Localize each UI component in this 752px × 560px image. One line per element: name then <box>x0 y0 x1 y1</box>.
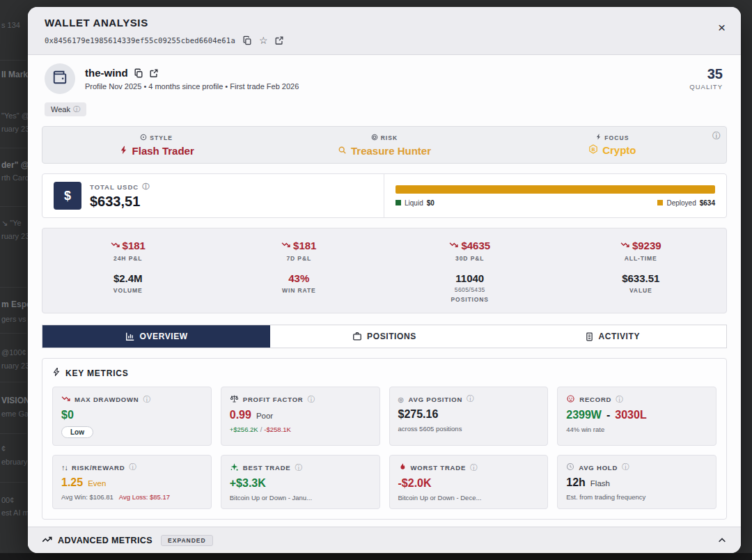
trader-traits-banner: STYLE Flash Trader RISK Treasure Hunt <box>42 126 727 164</box>
open-external-button[interactable] <box>274 36 284 45</box>
info-icon[interactable]: ⓘ <box>308 395 315 405</box>
bg-fragment: @100¢ <box>1 348 26 357</box>
focus-label: FOCUS <box>604 134 629 141</box>
total-usdc-card: $ TOTAL USDC ⓘ $633,51 <box>42 174 384 217</box>
sparkle-icon <box>230 462 239 473</box>
trending-down-icon <box>281 240 290 251</box>
up-down-arrows-icon: ↑↓ <box>61 463 68 472</box>
key-metrics-title: KEY METRICS <box>65 368 129 378</box>
trending-down-icon <box>61 394 70 405</box>
target-icon <box>371 134 378 142</box>
modal-title: WALLET ANALYSIS <box>45 17 724 29</box>
risk-label: RISK <box>381 134 398 141</box>
wallet-analysis-modal: WALLET ANALYSIS × 0x8456179e1985614339ef… <box>28 7 741 553</box>
bg-fragment: ruary 23, <box>1 125 31 133</box>
expanded-badge: EXPANDED <box>161 535 213 546</box>
trending-up-icon <box>42 534 52 547</box>
stat-7d-pnl: $181 7D P&L 43% WIN RATE <box>214 240 385 303</box>
metric-card-max-drawdown: MAX DRAWDOWN ⓘ $0 Low <box>52 387 212 446</box>
bg-fragment: ↘ "Ye <box>1 219 22 228</box>
metric-card-record: RECORD ⓘ 2399W-3030L 44% win rate <box>557 387 716 446</box>
bg-fragment: s 134 <box>1 21 20 29</box>
flame-icon <box>398 462 407 473</box>
info-icon[interactable]: ⓘ <box>129 462 136 472</box>
trait-style: STYLE Flash Trader <box>42 127 270 163</box>
deployed-value: $634 <box>700 199 715 207</box>
drawdown-severity-badge: Low <box>61 426 93 438</box>
list-icon <box>585 332 594 341</box>
quality-score: 35 <box>689 66 723 82</box>
modal-header: WALLET ANALYSIS × 0x8456179e1985614339ef… <box>28 7 741 55</box>
wallet-name: the-wind <box>85 67 128 79</box>
svg-text:B: B <box>592 147 595 152</box>
info-icon: ⓘ <box>73 104 80 114</box>
deployed-bar <box>395 185 715 194</box>
bg-fragment: est AI m <box>1 508 29 517</box>
wallet-icon <box>52 70 68 88</box>
bg-fragment: ¢ <box>1 444 6 453</box>
tab-overview[interactable]: OVERVIEW <box>42 325 270 348</box>
info-icon[interactable]: ⓘ <box>143 395 150 405</box>
info-icon[interactable]: ⓘ <box>616 395 623 405</box>
trait-focus: FOCUS B Crypto <box>499 127 726 163</box>
info-icon[interactable]: ⓘ <box>712 130 721 142</box>
metric-card-risk-reward: ↑↓ RISK/REWARD ⓘ 1.25Even Avg Win: $106.… <box>52 455 212 509</box>
divider <box>0 433 26 434</box>
metric-card-avg-hold: AVG HOLD ⓘ 12hFlash Est. from trading fr… <box>557 455 716 509</box>
copy-icon <box>242 36 252 45</box>
trending-down-icon <box>111 240 120 251</box>
bolt-icon <box>119 145 128 157</box>
divider <box>0 482 26 483</box>
balance-section: $ TOTAL USDC ⓘ $633,51 Liquid $0 Depl <box>42 173 727 218</box>
deployed-swatch <box>657 200 663 205</box>
liquid-label: Liquid <box>405 199 423 207</box>
info-icon[interactable]: ⓘ <box>295 463 302 473</box>
tab-activity[interactable]: ACTIVITY <box>499 325 726 348</box>
bitcoin-hex-icon: B <box>588 144 598 156</box>
tab-positions[interactable]: POSITIONS <box>270 325 498 348</box>
external-link-icon <box>274 36 284 45</box>
weak-badge[interactable]: Weak ⓘ <box>45 102 86 116</box>
briefcase-icon <box>352 332 362 341</box>
avatar <box>45 63 75 94</box>
info-icon[interactable]: ⓘ <box>470 463 478 473</box>
allocation-card: Liquid $0 Deployed $634 <box>384 174 726 217</box>
weak-badge-label: Weak <box>51 105 70 114</box>
copy-name-button[interactable] <box>134 68 143 78</box>
copy-address-button[interactable] <box>242 36 252 45</box>
open-profile-external-button[interactable] <box>149 68 159 78</box>
focus-value: Crypto <box>602 144 636 156</box>
trending-down-icon <box>449 240 458 251</box>
metric-card-best-trade: BEST TRADE ⓘ +$3.3K Bitcoin Up or Down -… <box>221 455 380 509</box>
favorite-wallet-button[interactable]: ☆ <box>259 35 268 46</box>
info-icon[interactable]: ⓘ <box>142 182 150 192</box>
profile-meta: Profile Nov 2025 • 4 months since profil… <box>85 82 299 91</box>
metric-card-worst-trade: WORST TRADE ⓘ -$2.0K Bitcoin Up or Down … <box>389 455 549 509</box>
info-icon[interactable]: ⓘ <box>622 462 629 472</box>
bg-fragment: rth Caro <box>1 173 29 182</box>
advanced-metrics-toggle[interactable]: ADVANCED METRICS EXPANDED <box>28 527 741 553</box>
divider <box>0 333 26 334</box>
magnifier-icon <box>338 145 347 157</box>
divider <box>0 382 26 382</box>
liquid-swatch <box>395 200 401 205</box>
circle-icon: ◎ <box>398 396 405 403</box>
style-value: Flash Trader <box>132 145 194 157</box>
info-icon[interactable]: ⓘ <box>467 394 474 404</box>
divider <box>0 148 26 148</box>
close-icon[interactable]: × <box>718 21 726 34</box>
profile-section: the-wind <box>28 55 741 120</box>
divider <box>0 287 26 288</box>
key-metrics-panel: KEY METRICS MAX DRAWDOWN ⓘ $0 Low <box>42 358 727 520</box>
divider <box>0 60 26 61</box>
bg-fragment: ebruary <box>1 458 27 466</box>
style-label: STYLE <box>150 134 173 141</box>
stats-grid: $181 24H P&L $2.4M VOLUME $181 7D P&L 43… <box>42 228 727 313</box>
liquid-value: $0 <box>427 199 434 207</box>
star-icon: ☆ <box>259 35 268 46</box>
total-usdc-label: TOTAL USDC <box>90 183 139 191</box>
trait-risk: RISK Treasure Hunter <box>270 127 498 163</box>
chevron-up-icon[interactable] <box>717 536 727 545</box>
style-icon <box>140 134 147 142</box>
record-icon <box>566 394 575 405</box>
